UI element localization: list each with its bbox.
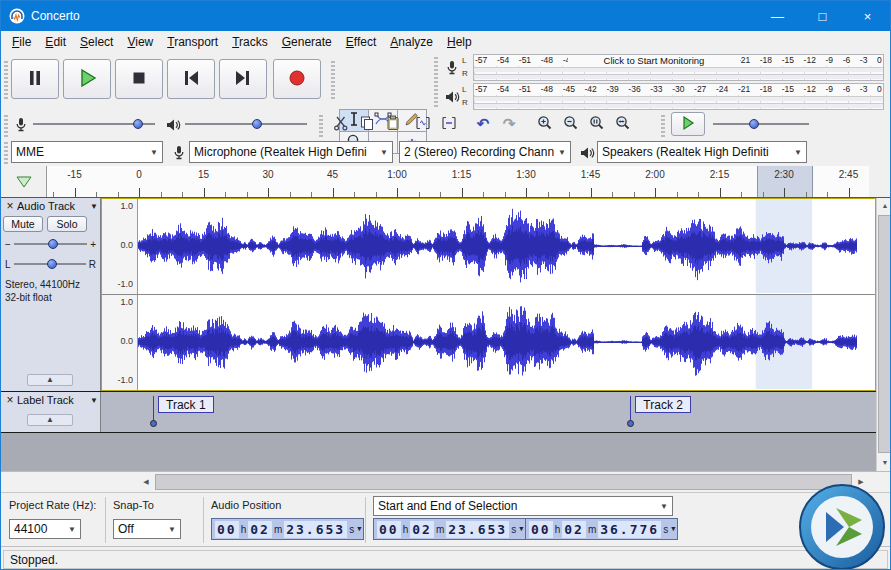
- audio-track-name[interactable]: Audio Track: [17, 200, 88, 212]
- label-text[interactable]: Track 2: [635, 396, 691, 413]
- play-at-speed-button[interactable]: [671, 112, 705, 136]
- menu-item-file[interactable]: File: [5, 31, 38, 53]
- scroll-down-button[interactable]: ▼: [877, 455, 891, 471]
- record-button[interactable]: [273, 59, 321, 99]
- recording-device-select[interactable]: Microphone (Realtek High Defini ▼: [189, 141, 393, 163]
- collapse-track-button[interactable]: ▲: [27, 374, 73, 386]
- seconds-digits[interactable]: 23.653: [284, 521, 347, 538]
- audio-host-select[interactable]: MME ▼: [11, 141, 163, 163]
- label-handle-icon[interactable]: [627, 420, 634, 427]
- selection-start-field[interactable]: 00h 02m 23.653s ▼: [373, 518, 526, 540]
- audio-position-field[interactable]: 00h 02m 23.653s ▼: [211, 518, 364, 540]
- toolbar-grabber[interactable]: [319, 115, 323, 137]
- menu-item-select[interactable]: Select: [73, 31, 120, 53]
- label-handle-icon[interactable]: [150, 420, 157, 427]
- vertical-scale-ruler[interactable]: 1.0 0.0 -1.0: [102, 295, 138, 390]
- waveform-right[interactable]: [138, 295, 874, 389]
- silence-audio-button[interactable]: [437, 112, 461, 136]
- play-button[interactable]: [63, 59, 111, 99]
- skip-to-end-button[interactable]: [219, 59, 267, 99]
- chevron-down-icon[interactable]: ▼: [357, 525, 361, 533]
- menu-item-effect[interactable]: Effect: [339, 31, 383, 53]
- close-track-button[interactable]: ×: [3, 199, 17, 213]
- minutes-digits[interactable]: 02: [410, 521, 434, 538]
- menu-item-view[interactable]: View: [120, 31, 160, 53]
- play-speed-slider[interactable]: [713, 115, 809, 133]
- menu-item-transport[interactable]: Transport: [160, 31, 225, 53]
- selection-mode-select[interactable]: Start and End of Selection ▼: [373, 496, 673, 516]
- scroll-up-button[interactable]: ▲: [877, 198, 891, 214]
- pause-button[interactable]: [11, 59, 59, 99]
- scroll-left-button[interactable]: ◀: [138, 474, 154, 490]
- menu-item-analyze[interactable]: Analyze: [383, 31, 440, 53]
- vertical-scale-ruler[interactable]: 1.0 0.0 -1.0: [102, 199, 138, 294]
- chevron-down-icon[interactable]: ▼: [671, 525, 675, 533]
- horizontal-scroll-thumb[interactable]: [155, 474, 852, 490]
- slider-thumb[interactable]: [133, 119, 143, 129]
- timeline-ruler[interactable]: -1501530451:001:151:301:452:002:152:302:…: [46, 166, 869, 197]
- label-track-name[interactable]: Label Track: [17, 394, 88, 406]
- snap-to-select[interactable]: Off ▼: [113, 519, 181, 539]
- stop-button[interactable]: [115, 59, 163, 99]
- output-volume-slider[interactable]: [185, 115, 307, 133]
- close-track-button[interactable]: ×: [3, 393, 17, 407]
- menu-item-help[interactable]: Help: [440, 31, 479, 53]
- fit-selection-button[interactable]: [585, 112, 609, 136]
- quickplay-button[interactable]: [9, 172, 39, 192]
- zoom-in-button[interactable]: [533, 112, 557, 136]
- track-menu-icon[interactable]: ▼: [90, 202, 98, 211]
- recording-meter[interactable]: L R -57-54-51-48-45-42-39-36-33-30-27-24…: [444, 54, 884, 81]
- toolbar-grabber[interactable]: [434, 57, 438, 109]
- horizontal-scrollbar[interactable]: ◀ ▶: [1, 471, 890, 492]
- project-rate-select[interactable]: 44100 ▼: [9, 519, 81, 539]
- copy-button[interactable]: [355, 112, 379, 136]
- track-menu-icon[interactable]: ▼: [90, 396, 98, 405]
- hours-digits[interactable]: 00: [529, 521, 553, 538]
- selection-end-field[interactable]: 00h 02m 36.776s ▼: [525, 518, 678, 540]
- label-track-content[interactable]: Track 1Track 2: [101, 392, 876, 432]
- recording-meter-body[interactable]: -57-54-51-48-45-42-39-36-33-30-27-24-21-…: [473, 54, 884, 81]
- toolbar-grabber[interactable]: [4, 61, 8, 101]
- skip-to-start-button[interactable]: [167, 59, 215, 99]
- mute-button[interactable]: Mute: [3, 216, 43, 232]
- minimize-button[interactable]: —: [755, 1, 800, 31]
- seconds-digits[interactable]: 23.653: [446, 521, 509, 538]
- chevron-down-icon[interactable]: ▼: [519, 525, 523, 533]
- menu-item-tracks[interactable]: Tracks: [225, 31, 275, 53]
- playback-device-select[interactable]: Speakers (Realtek High Definiti ▼: [597, 141, 807, 163]
- zoom-out-button[interactable]: [559, 112, 583, 136]
- toolbar-grabber[interactable]: [661, 115, 665, 137]
- toolbar-grabber[interactable]: [4, 142, 8, 164]
- slider-thumb[interactable]: [47, 259, 57, 269]
- toolbar-grabber[interactable]: [4, 115, 8, 137]
- pan-slider[interactable]: [14, 257, 86, 271]
- seconds-digits[interactable]: 36.776: [598, 521, 661, 538]
- gain-slider[interactable]: [14, 237, 87, 251]
- solo-button[interactable]: Solo: [47, 216, 87, 232]
- hours-digits[interactable]: 00: [377, 521, 401, 538]
- close-button[interactable]: ×: [845, 1, 890, 31]
- hours-digits[interactable]: 00: [215, 521, 239, 538]
- slider-thumb[interactable]: [252, 119, 262, 129]
- maximize-button[interactable]: □: [800, 1, 845, 31]
- recording-channels-select[interactable]: 2 (Stereo) Recording Channels ▼: [399, 141, 571, 163]
- toolbar-grabber[interactable]: [331, 61, 335, 101]
- minutes-digits[interactable]: 02: [248, 521, 272, 538]
- slider-thumb[interactable]: [48, 239, 58, 249]
- minutes-digits[interactable]: 02: [562, 521, 586, 538]
- cut-button[interactable]: [329, 112, 353, 136]
- menu-item-generate[interactable]: Generate: [275, 31, 339, 53]
- menu-item-edit[interactable]: Edit: [38, 31, 73, 53]
- slider-thumb[interactable]: [749, 119, 759, 129]
- redo-button[interactable]: ↷: [497, 112, 521, 136]
- fit-project-button[interactable]: [611, 112, 635, 136]
- trim-audio-button[interactable]: [411, 112, 435, 136]
- waveform-left[interactable]: [138, 199, 874, 293]
- vertical-scroll-thumb[interactable]: [878, 215, 891, 453]
- label-text[interactable]: Track 1: [158, 396, 214, 413]
- input-volume-slider[interactable]: [33, 115, 155, 133]
- vertical-scrollbar[interactable]: ▲ ▼: [876, 198, 891, 471]
- monitoring-hint[interactable]: Click to Start Monitoring: [568, 55, 740, 67]
- collapse-track-button[interactable]: ▲: [27, 414, 73, 426]
- undo-button[interactable]: ↶: [471, 112, 495, 136]
